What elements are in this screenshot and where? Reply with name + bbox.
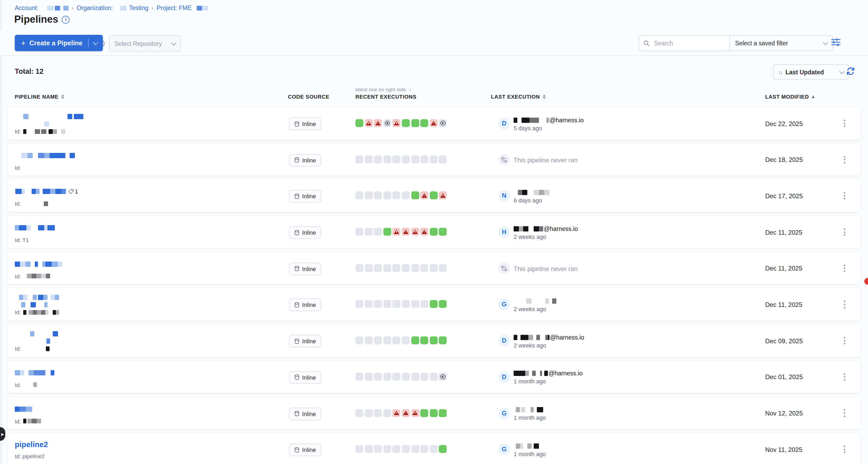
pipeline-row[interactable]: Id: Inline D@harness.io1 month ago Dec 0…	[7, 361, 861, 393]
pipeline-row[interactable]: 1 Id: Inline N6 days ago Dec 17, 2025	[7, 180, 861, 212]
breadcrumb-org-link[interactable]: Organization:	[77, 5, 113, 11]
redacted-text-block	[58, 261, 62, 267]
saved-filter-select[interactable]: Select a saved filter	[729, 35, 833, 51]
pipeline-id: Id: pipeline2	[15, 453, 44, 459]
info-icon[interactable]: i	[96, 39, 104, 48]
execution-status-failed[interactable]	[402, 228, 410, 236]
repository-select[interactable]: Select Repository	[109, 35, 181, 52]
execution-status-success[interactable]	[439, 336, 447, 344]
row-menu-button[interactable]	[839, 261, 849, 275]
execution-status-failed[interactable]	[439, 192, 447, 199]
pipeline-row[interactable]: Id: T1 Inline H@harness.io2 weeks ago De…	[7, 216, 861, 248]
redacted-text-block	[15, 189, 22, 194]
execution-status-failed[interactable]	[411, 228, 419, 236]
create-pipeline-button[interactable]: + Create a Pipeline	[15, 35, 102, 51]
pipeline-name-cell	[15, 361, 278, 393]
execution-status-success[interactable]	[383, 228, 391, 236]
row-menu-button[interactable]	[839, 370, 849, 384]
pipeline-row[interactable]: Id: Inline D@harness.io2 weeks ago Dec 0…	[7, 324, 861, 357]
row-menu-button[interactable]	[839, 442, 849, 456]
execution-status-success[interactable]	[430, 336, 438, 344]
pipeline-row[interactable]: Id: Inline G2 weeks ago Dec 11, 2025	[7, 288, 861, 320]
pipeline-name-redacted[interactable]	[15, 225, 55, 230]
pipeline-name-link[interactable]: pipeline2	[15, 440, 48, 449]
execution-status-failed[interactable]	[411, 409, 419, 417]
pipeline-name-redacted[interactable]: 1	[15, 189, 78, 194]
execution-status-success[interactable]	[430, 228, 438, 236]
execution-status-success[interactable]	[411, 336, 419, 344]
execution-status-aborted[interactable]	[439, 373, 447, 381]
pipeline-row[interactable]: Id: Inline This pipeline never ran Dec 1…	[7, 252, 861, 284]
pipeline-row[interactable]: pipeline2 Id: pipeline2 Inline G1 month …	[7, 433, 861, 464]
execution-status-success[interactable]	[430, 300, 438, 308]
last-execution-cell: N6 days ago	[491, 180, 712, 212]
execution-status-failed[interactable]	[393, 409, 401, 417]
breadcrumb-project-link[interactable]: Project: FME	[157, 5, 192, 11]
last-modified-date: Dec 09, 2025	[765, 337, 803, 345]
redacted-text-block	[26, 225, 31, 230]
row-menu-button[interactable]	[839, 225, 849, 239]
pipeline-name-redacted[interactable]	[15, 261, 62, 267]
execution-status-success[interactable]	[439, 445, 447, 453]
filter-icon[interactable]	[831, 38, 841, 47]
header-last-execution[interactable]: LAST EXECUTION	[491, 94, 546, 100]
search-input[interactable]	[653, 39, 727, 47]
execution-status-success[interactable]	[420, 336, 428, 344]
execution-status-success[interactable]	[430, 409, 438, 417]
row-menu-button[interactable]	[839, 189, 849, 203]
execution-status-failed[interactable]	[393, 119, 401, 127]
execution-status-aborted[interactable]	[383, 119, 391, 127]
execution-status-failed[interactable]	[402, 409, 410, 417]
redacted-text-block	[534, 226, 539, 231]
execution-status-failed[interactable]	[430, 119, 438, 127]
execution-status-success[interactable]	[420, 409, 428, 417]
pipeline-name-redacted[interactable]	[15, 339, 50, 344]
pipeline-name-redacted[interactable]	[15, 370, 54, 375]
recent-executions	[355, 119, 447, 127]
execution-status-success[interactable]	[430, 192, 438, 199]
pipeline-name-redacted[interactable]	[15, 114, 83, 119]
header-pipeline-name[interactable]: PIPELINE NAME	[15, 94, 64, 100]
pipeline-row[interactable]: Id: Inline This pipeline never ran Dec 1…	[7, 143, 861, 176]
refresh-button[interactable]	[846, 66, 855, 76]
execution-status-success[interactable]	[411, 119, 419, 127]
execution-status-success[interactable]	[402, 119, 410, 127]
panel-expand-handle[interactable]: ▶	[0, 427, 5, 441]
row-menu-button[interactable]	[839, 153, 849, 166]
execution-status-success[interactable]	[439, 409, 447, 417]
last-execution-cell: This pipeline never ran	[491, 143, 712, 176]
execution-status-success[interactable]	[439, 228, 447, 236]
pipeline-row[interactable]: Id: Inline D@harness.io5 days ago Dec 22…	[7, 107, 861, 140]
execution-status-failed[interactable]	[393, 228, 401, 236]
execution-status-success[interactable]	[411, 192, 419, 199]
execution-status-failed[interactable]	[365, 119, 373, 127]
row-menu-button[interactable]	[839, 406, 849, 420]
execution-status-failed[interactable]	[374, 119, 382, 127]
header-last-modified[interactable]: LAST MODIFIED	[765, 94, 815, 100]
user-avatar: N	[498, 190, 510, 202]
pipeline-name-redacted[interactable]	[15, 302, 48, 308]
pipeline-name-redacted[interactable]	[15, 295, 59, 300]
pipeline-name-redacted[interactable]	[15, 121, 49, 127]
row-menu-button[interactable]	[839, 298, 849, 311]
info-icon[interactable]: i	[62, 16, 70, 24]
execution-status-success[interactable]	[420, 119, 428, 127]
row-menu-button[interactable]	[839, 117, 849, 130]
execution-status-success[interactable]	[355, 119, 363, 127]
redacted-text-block	[61, 129, 65, 134]
execution-status-success[interactable]	[439, 300, 447, 308]
sort-select[interactable]: ↑↓ Last Updated	[773, 64, 848, 80]
execution-status-failed[interactable]	[420, 228, 428, 236]
execution-status-aborted[interactable]	[439, 119, 447, 127]
pipeline-name-redacted[interactable]	[15, 331, 58, 336]
redacted-text-block	[534, 117, 539, 123]
pipeline-name-redacted[interactable]	[15, 406, 32, 411]
triggered-by-user: @harness.io	[514, 117, 584, 123]
pipeline-row[interactable]: Id: Inline G1 month ago Nov 12, 2025	[7, 397, 861, 429]
row-menu-button[interactable]	[839, 334, 849, 347]
last-modified-date: Nov 12, 2025	[765, 410, 803, 417]
pipeline-name-redacted[interactable]	[15, 153, 75, 158]
execution-status-failed[interactable]	[420, 192, 428, 199]
breadcrumb-org-name[interactable]: Testing	[129, 5, 149, 11]
breadcrumb-account-link[interactable]: Account:	[15, 5, 38, 11]
